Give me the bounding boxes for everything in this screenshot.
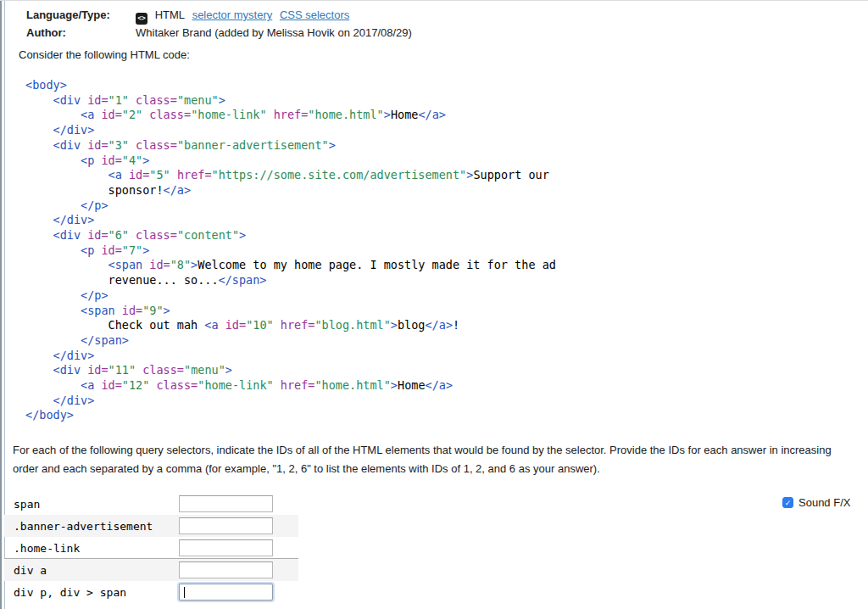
code-line: </p> [25,198,556,214]
code-block: <body> <div id="1" class="menu"> <a id="… [25,78,556,423]
code-line: <a id="12" class="home-link" href="home.… [25,378,556,394]
answer-input[interactable] [179,562,273,578]
selector-row: div p, div > span [4,581,298,603]
answer-input-wrap [179,495,273,512]
author-label: Author: [26,25,136,41]
text-caret [184,587,185,598]
code-line: <div id="6" class="content"> [25,228,556,243]
sound-fx-checkbox[interactable]: ✓ [782,497,793,508]
language-value: HTML [155,8,185,21]
code-line: Check out mah <a id="10" href="blog.html… [25,318,556,333]
code-line: <a id="5" href="https://some.site.com/ad… [25,168,556,183]
code-line: <p id="7"> [25,243,556,259]
selector-row: .home-link [4,537,298,559]
selector-row: .banner-advertisement [4,515,298,537]
sound-fx-toggle[interactable]: ✓ Sound F/X [782,496,850,509]
top-border [0,0,868,1]
selector-row: div a [4,559,298,581]
code-line: <div id="1" class="menu"> [25,93,556,109]
selector-table: span.banner-advertisement.home-linkdiv a… [4,493,298,603]
selector-label: span [14,498,40,511]
selector-label: .home-link [14,542,80,555]
code-line: sponsor!</a> [25,183,556,198]
code-line: </div> [25,123,556,138]
answer-input-wrap [179,517,273,534]
language-type-row: Language/Type: <> HTML selector mystery … [26,7,412,25]
selector-label: div a [14,564,47,577]
code-line: <div id="3" class="banner-advertisement"… [25,138,556,154]
code-line: </div> [25,394,556,409]
author-value: Whitaker Brand (added by Melissa Hovik o… [136,25,412,41]
question-header: Language/Type: <> HTML selector mystery … [26,7,412,41]
code-line: <a id="2" class="home-link" href="home.h… [25,108,556,123]
code-line: <p id="4"> [25,154,556,169]
author-row: Author: Whitaker Brand (added by Melissa… [26,25,412,41]
tag-link-css-selectors[interactable]: CSS selectors [280,8,349,21]
answer-input-wrap [179,584,273,601]
code-line: </p> [25,288,556,304]
tag-link-selector-mystery[interactable]: selector mystery [192,8,273,21]
check-icon: ✓ [785,499,792,507]
code-line: </div> [25,213,556,228]
sound-fx-label: Sound F/X [798,496,850,509]
code-line: <span id="8">Welcome to my home page. I … [25,258,556,273]
language-type-value: <> HTML selector mystery CSS selectors [136,7,353,25]
intro-text: Consider the following HTML code: [19,48,190,61]
code-line: <span id="9"> [25,304,556,319]
selector-label: .banner-advertisement [14,520,153,533]
quiz-page: Language/Type: <> HTML selector mystery … [0,0,868,609]
code-line: </body> [25,408,556,423]
code-line: revenue... so...</span> [25,273,556,288]
code-line: <body> [25,78,556,93]
answer-input[interactable] [179,495,273,512]
selector-label: div p, div > span [14,586,126,599]
answer-input[interactable] [179,584,273,601]
question-text: For each of the following query selector… [13,441,850,478]
selector-row: span [4,493,298,515]
code-line: <div id="11" class="menu"> [25,363,556,378]
answer-input-wrap [179,539,273,556]
code-line: </div> [25,349,556,364]
language-type-label: Language/Type: [26,7,136,25]
code-icon: <> [136,13,147,25]
answer-input-wrap [179,562,273,578]
code-line: </span> [25,333,556,349]
answer-input[interactable] [179,517,273,534]
answer-input[interactable] [179,539,273,556]
